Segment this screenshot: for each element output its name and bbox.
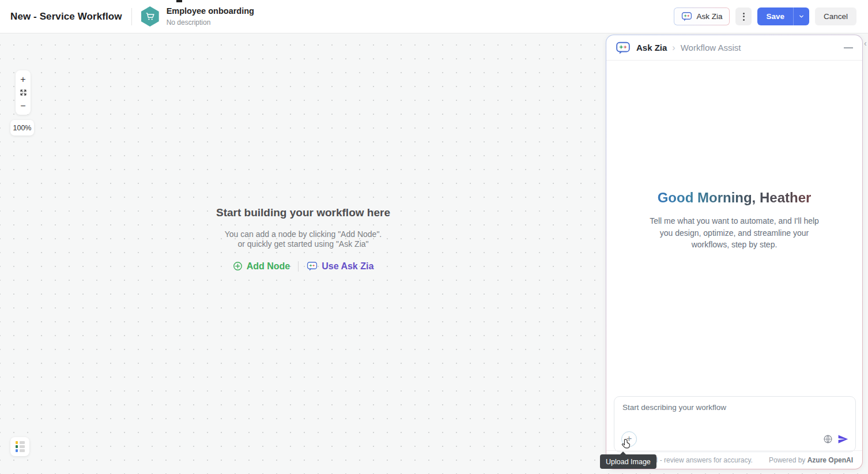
zoom-out-button[interactable]: − xyxy=(16,99,31,112)
greeting-description: Tell me what you want to automate, and I… xyxy=(649,215,820,251)
node-legend-button[interactable] xyxy=(10,437,29,456)
save-button[interactable]: Save xyxy=(757,7,793,25)
zia-icon xyxy=(681,11,692,22)
use-ask-zia-button[interactable]: Use Ask Zia xyxy=(307,261,373,272)
zoom-controls: + − xyxy=(16,70,31,115)
empty-state-line2: or quickly get started using "Ask Zia" xyxy=(0,239,606,249)
web-search-icon[interactable] xyxy=(823,434,833,444)
fit-screen-button[interactable] xyxy=(16,86,31,99)
ask-zia-label: Ask Zia xyxy=(696,12,722,21)
circle-plus-icon xyxy=(233,261,243,271)
breadcrumb-separator: › xyxy=(672,43,675,53)
send-icon[interactable] xyxy=(837,434,848,445)
list-legend-icon xyxy=(16,441,25,452)
save-dropdown-button[interactable] xyxy=(793,7,809,25)
use-ask-zia-label: Use Ask Zia xyxy=(322,261,373,272)
powered-by: Powered by Azure OpenAI xyxy=(769,456,853,464)
workflow-prompt-input[interactable] xyxy=(614,397,855,430)
provider-name: Azure OpenAI xyxy=(807,456,853,464)
panel-title: Ask Zia xyxy=(636,43,667,52)
ai-disclaimer: AI - review answers for accuracy. xyxy=(651,456,753,464)
greeting-text: Good Morning, Heather xyxy=(606,190,862,206)
ask-zia-button[interactable]: Ask Zia xyxy=(674,7,730,25)
empty-state-line1: You can add a node by clicking "Add Node… xyxy=(0,230,606,239)
actions-divider xyxy=(298,261,299,272)
tooltip-arrow xyxy=(620,452,626,454)
workflow-description: No description xyxy=(167,18,254,27)
kebab-icon xyxy=(743,13,745,21)
top-header: New - Service Workflow Employee onboardi… xyxy=(0,0,868,33)
panel-subtitle: Workflow Assist xyxy=(681,43,741,52)
zia-icon xyxy=(616,40,631,55)
cancel-button[interactable]: Cancel xyxy=(815,7,856,25)
greeting-block: Good Morning, Heather Tell me what you w… xyxy=(606,190,862,251)
empty-state-title: Start building your workflow here xyxy=(0,206,606,219)
top-edge-artifact xyxy=(176,0,182,2)
workflow-name: Employee onboarding xyxy=(167,6,254,16)
zoom-in-button[interactable]: + xyxy=(16,73,31,86)
upload-image-tooltip: Upload Image xyxy=(600,454,656,469)
workflow-prompt-box: + xyxy=(614,396,856,452)
mouse-cursor-icon xyxy=(620,438,632,452)
app-icon xyxy=(141,6,159,27)
zoom-level-indicator: 100% xyxy=(10,120,34,136)
page-title: New - Service Workflow xyxy=(10,11,122,22)
canvas-empty-state: Start building your workflow here You ca… xyxy=(0,206,606,272)
expand-icon xyxy=(20,89,27,96)
minimize-panel-button[interactable] xyxy=(844,47,853,48)
add-node-button[interactable]: Add Node xyxy=(233,261,290,272)
zia-icon xyxy=(307,261,318,272)
more-options-button[interactable] xyxy=(735,7,752,25)
ask-zia-panel: Ask Zia › Workflow Assist Good Morning, … xyxy=(606,35,863,469)
save-split-button: Save xyxy=(757,7,809,25)
panel-header: Ask Zia › Workflow Assist xyxy=(606,35,862,61)
chevron-down-icon xyxy=(798,13,805,20)
cart-icon xyxy=(145,12,155,21)
collapse-panel-chevron-icon[interactable]: ‹ xyxy=(864,39,867,48)
header-divider xyxy=(131,8,132,25)
add-node-label: Add Node xyxy=(247,261,290,272)
